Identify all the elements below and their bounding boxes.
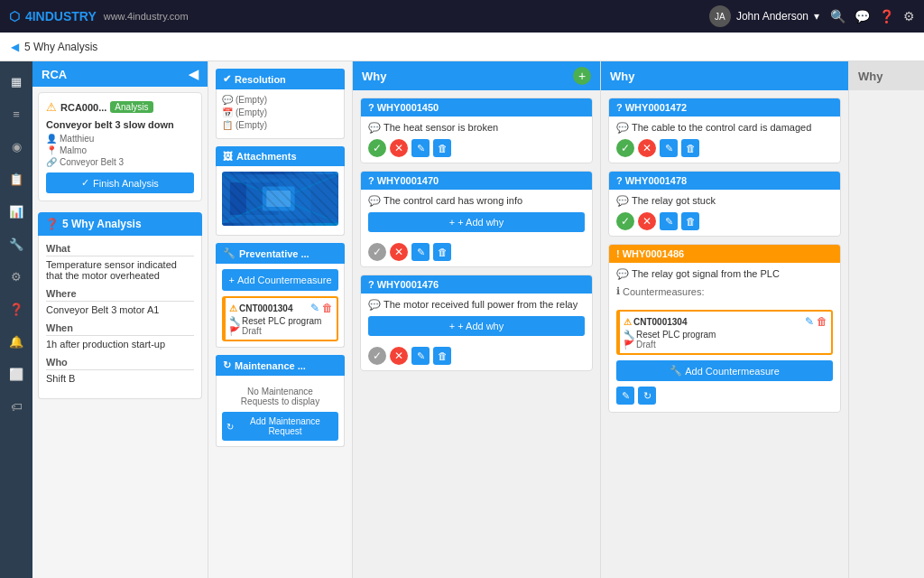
countermeasures-label-row: ℹ Countermeasures:: [616, 285, 833, 297]
edit-icon-1486[interactable]: ✎: [616, 387, 634, 405]
rca-card-id: RCA000...: [60, 102, 106, 113]
delete-button-1476[interactable]: 🗑: [433, 347, 451, 365]
add-countermeasure-button-1486[interactable]: 🔧 Add Countermeasure: [616, 360, 833, 381]
x-button-1472[interactable]: ✕: [638, 139, 656, 157]
rca-collapse-icon[interactable]: ◀: [189, 67, 199, 81]
cnt-delete-icon[interactable]: 🗑: [322, 302, 333, 314]
why-card-1470-bottom-actions: ✓ ✕ ✎ 🗑: [361, 238, 592, 266]
check-button-1470[interactable]: ✓: [368, 243, 386, 261]
check-button-1476[interactable]: ✓: [368, 347, 386, 365]
sidebar-item-circle[interactable]: ◉: [4, 134, 29, 159]
user-icon: 👤: [46, 134, 57, 144]
wrench-icon-prev: 🔧: [223, 247, 236, 259]
rca-card: ⚠ RCA000... Analysis Conveyor belt 3 slo…: [38, 92, 202, 201]
no-maintenance-text: No Maintenance Requests to display: [222, 381, 338, 412]
edit-button-1476[interactable]: ✎: [411, 347, 430, 365]
user-menu[interactable]: JA John Anderson ▾: [709, 5, 819, 27]
delete-button-1472[interactable]: 🗑: [681, 139, 699, 157]
x-button-1470[interactable]: ✕: [390, 243, 408, 261]
why-card-1476-bottom-actions: ✓ ✕ ✎ 🗑: [361, 341, 592, 370]
comment-icon-1478: 💬: [616, 195, 629, 207]
link-icon: 🔗: [46, 157, 57, 167]
why-column-3-header: Why: [849, 61, 924, 90]
rca-meta-link: 🔗 Conveyor Belt 3: [46, 157, 194, 167]
why-card-1478-header: ? WHY0001478: [609, 172, 840, 190]
who-field: Who Shift B: [46, 357, 194, 384]
sidebar-item-list[interactable]: ≡: [4, 101, 29, 126]
sidebar-item-tag[interactable]: 🏷: [4, 394, 29, 419]
why-column-3-body: [849, 90, 924, 578]
resolution-field-2: 📅 (Empty): [222, 107, 338, 117]
why-column-2: Why ? WHY0001472 💬 The cable to the cont…: [601, 61, 849, 578]
add-maintenance-button[interactable]: ↻ Add Maintenance Request: [222, 412, 338, 441]
edit-button-1472[interactable]: ✎: [660, 139, 678, 157]
user-name: John Anderson: [736, 10, 808, 23]
sidebar-item-clipboard[interactable]: 📋: [4, 166, 29, 191]
why-card-1478-text: 💬 The relay got stuck: [616, 195, 833, 207]
cnt-text-icon: 🔧: [229, 316, 240, 326]
sidebar-item-square[interactable]: ⬜: [4, 361, 29, 387]
comment-icon-1486: 💬: [616, 268, 629, 280]
svg-rect-6: [266, 191, 291, 207]
x-button-1450[interactable]: ✕: [390, 139, 408, 157]
x-button-1476[interactable]: ✕: [390, 347, 408, 365]
why-card-1470: ? WHY0001470 💬 The control card has wron…: [360, 171, 593, 267]
svg-rect-0: [222, 174, 338, 223]
add-why-plus-button[interactable]: +: [573, 67, 591, 85]
edit-button-1470[interactable]: ✎: [411, 243, 430, 261]
flag-icon: 🚩: [229, 326, 240, 336]
delete-button-1470[interactable]: 🗑: [433, 243, 451, 261]
check-button-1478[interactable]: ✓: [616, 212, 634, 230]
warning-circle-icon: ⚠: [229, 303, 237, 313]
add-why-button-1470[interactable]: + + Add why: [368, 212, 585, 232]
search-icon[interactable]: 🔍: [830, 9, 845, 23]
why-card-1486-text: 💬 The relay got signal from the PLC: [616, 268, 833, 280]
edit-button-1478[interactable]: ✎: [660, 212, 678, 230]
finish-analysis-button[interactable]: ✓ Finish Analysis: [46, 172, 194, 193]
sidebar-item-gear[interactable]: ⚙: [4, 264, 29, 289]
delete-button-1450[interactable]: 🗑: [433, 139, 451, 157]
delete-button-1478[interactable]: 🗑: [681, 212, 699, 230]
cnt-edit-icon[interactable]: ✎: [310, 302, 319, 314]
why-card-1472-header: ? WHY0001472: [609, 98, 840, 117]
sidebar-item-help[interactable]: ❓: [4, 296, 29, 322]
why-card-1450: ? WHY0001450 💬 The heat sensor is broken…: [360, 98, 593, 163]
rca-card-title: Conveyor belt 3 slow down: [46, 119, 194, 130]
settings-icon[interactable]: ⚙: [903, 9, 915, 23]
svg-rect-5: [263, 187, 295, 211]
breadcrumb: ◀ 5 Why Analysis: [0, 33, 924, 61]
sync-icon-1486[interactable]: ↻: [638, 387, 656, 405]
chat-icon[interactable]: 💬: [855, 9, 870, 23]
help-icon[interactable]: ❓: [879, 9, 894, 23]
why-column-3: Why: [849, 61, 924, 578]
x-button-1478[interactable]: ✕: [638, 212, 656, 230]
add-why-button-1476[interactable]: + + Add why: [368, 316, 585, 336]
cnt-edit-icon-1486[interactable]: ✎: [805, 315, 814, 328]
cnt-delete-icon-1486[interactable]: 🗑: [817, 315, 827, 328]
maintenance-section: ↻ Maintenance ... No Maintenance Request…: [216, 355, 345, 447]
question-icon-1478: ?: [616, 175, 623, 186]
sidebar-item-bell[interactable]: 🔔: [4, 329, 29, 354]
warning-icon-1486: !: [616, 248, 620, 259]
check-button-1450[interactable]: ✓: [368, 139, 386, 157]
sidebar-item-wrench[interactable]: 🔧: [4, 231, 29, 256]
attachments-body: [216, 166, 345, 236]
add-countermeasure-button-preventative[interactable]: + Add Countermeasure: [222, 269, 338, 291]
why-column-1-body: ? WHY0001450 💬 The heat sensor is broken…: [353, 90, 600, 578]
back-arrow[interactable]: ◀: [11, 41, 19, 53]
edit-button-1450[interactable]: ✎: [411, 139, 430, 157]
rca-header: RCA ◀: [32, 61, 208, 87]
attachment-image[interactable]: [222, 172, 338, 226]
plus-icon-cm: +: [229, 275, 235, 285]
maintenance-header: ↻ Maintenance ...: [216, 355, 345, 376]
sidebar-item-grid[interactable]: ▦: [4, 69, 29, 94]
resolution-body: 💬 (Empty) 📅 (Empty) 📋 (Empty): [216, 89, 345, 139]
check-button-1472[interactable]: ✓: [616, 139, 634, 157]
why-card-1472: ? WHY0001472 💬 The cable to the control …: [608, 98, 841, 163]
question-icon-1472: ?: [616, 102, 623, 113]
attachments-section: 🖼 Attachments: [216, 146, 345, 236]
user-avatar: JA: [709, 5, 731, 27]
rca-title: RCA: [42, 68, 67, 81]
topbar: ⬡ 4INDUSTRY www.4industry.com JA John An…: [0, 0, 924, 33]
sidebar-item-chart[interactable]: 📊: [4, 199, 29, 224]
